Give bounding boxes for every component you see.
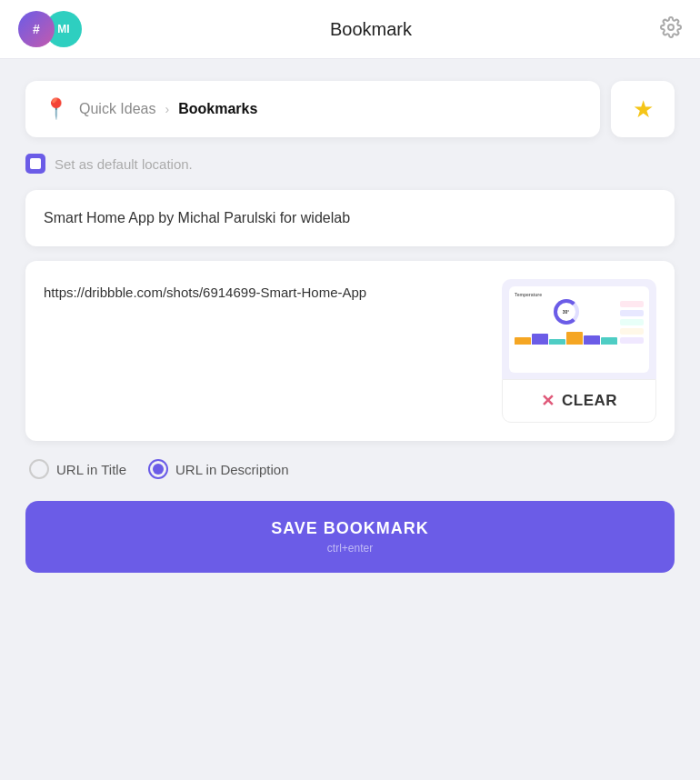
default-location-row: Set as default location. [25,152,675,175]
svg-point-0 [668,25,674,30]
mini-dashboard: Temperature 30° [515,292,644,367]
radio-circle-title [29,459,49,479]
default-location-label: Set as default location. [55,156,193,172]
radio-row: URL in Title URL in Description [25,455,675,483]
url-preview: Temperature 30° [502,279,656,379]
star-card[interactable]: ★ [611,81,675,137]
save-bookmark-button[interactable]: SAVE BOOKMARK ctrl+enter [25,501,675,573]
breadcrumb: Quick Ideas › Bookmarks [79,101,257,117]
avatar-group: # MI [18,11,82,47]
settings-icon[interactable] [660,16,682,42]
clear-label: CLEAR [562,392,617,410]
default-location-checkbox[interactable] [25,154,45,174]
avatar-h: # [18,11,55,47]
preview-thumbnail: Temperature 30° [509,286,649,373]
pin-icon: 📍 [44,97,68,121]
url-right-panel: Temperature 30° [502,279,656,423]
breadcrumb-inactive: Quick Ideas [79,101,155,117]
location-card[interactable]: 📍 Quick Ideas › Bookmarks [25,81,600,137]
breadcrumb-active: Bookmarks [178,101,257,117]
main-content: 📍 Quick Ideas › Bookmarks ★ Set as defau… [0,59,700,780]
radio-url-description[interactable]: URL in Description [148,459,289,479]
clear-button[interactable]: ✕ CLEAR [502,379,656,423]
bookmark-url: https://dribbble.com/shots/6914699-Smart… [44,279,487,304]
url-card: https://dribbble.com/shots/6914699-Smart… [25,261,675,441]
save-button-hint: ctrl+enter [327,542,373,555]
radio-label-description: URL in Description [175,462,289,477]
star-icon: ★ [633,95,654,124]
radio-label-title: URL in Title [56,462,126,477]
radio-circle-description [148,459,168,479]
radio-url-title[interactable]: URL in Title [29,459,126,479]
save-button-label: SAVE BOOKMARK [271,519,429,538]
app-header: # MI Bookmark [0,0,700,59]
breadcrumb-chevron: › [165,102,169,116]
page-title: Bookmark [330,19,412,40]
location-row: 📍 Quick Ideas › Bookmarks ★ [25,81,675,137]
title-card: Smart Home App by Michal Parulski for wi… [25,190,675,246]
bookmark-title: Smart Home App by Michal Parulski for wi… [44,210,350,225]
clear-x-icon: ✕ [541,391,555,411]
